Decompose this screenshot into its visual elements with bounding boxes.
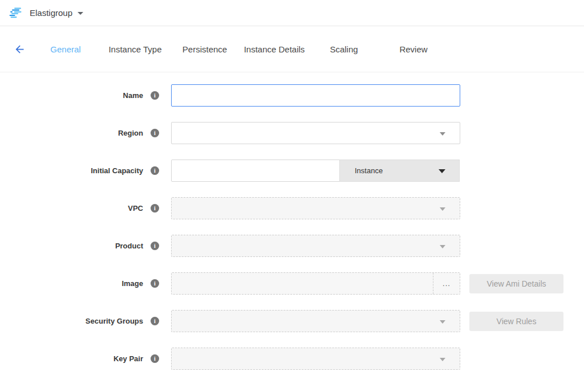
top-bar: Elastigroup (0, 0, 584, 26)
app-title: Elastigroup (30, 8, 72, 18)
wizard-tabs: General Instance Type Persistence Instan… (31, 44, 448, 54)
wizard-tab-bar: General Instance Type Persistence Instan… (0, 26, 584, 72)
info-icon[interactable]: i (151, 204, 159, 213)
form-row-image: Image i ... View Ami Details (0, 272, 584, 295)
image-label: Image (121, 279, 143, 288)
chevron-down-icon (440, 320, 445, 324)
chevron-down-icon (440, 245, 445, 248)
form-row-key-pair: Key Pair i (0, 348, 584, 370)
tab-instance-details[interactable]: Instance Details (240, 44, 309, 54)
tab-scaling[interactable]: Scaling (309, 44, 379, 54)
form-row-vpc: VPC i (0, 197, 584, 219)
key-pair-label: Key Pair (113, 354, 143, 363)
initial-capacity-input[interactable] (171, 160, 340, 182)
chevron-down-icon (440, 358, 445, 361)
region-select[interactable] (171, 122, 460, 144)
capacity-unit-select[interactable]: Instance (339, 160, 460, 182)
chevron-down-icon (439, 169, 445, 173)
tab-instance-type[interactable]: Instance Type (100, 44, 170, 54)
general-settings-form: Name i Region i Initial Capacity i (0, 72, 584, 370)
view-ami-details-button: View Ami Details (469, 274, 563, 293)
region-label: Region (118, 129, 143, 137)
ellipsis-browse-button: ... (433, 273, 460, 294)
tab-persistence[interactable]: Persistence (170, 44, 240, 54)
tab-general[interactable]: General (31, 44, 100, 54)
form-row-name: Name i (0, 84, 584, 107)
key-pair-select (171, 348, 460, 370)
vpc-select (171, 197, 460, 219)
chevron-down-icon (440, 132, 445, 136)
tab-review[interactable]: Review (379, 44, 448, 54)
security-groups-select (171, 310, 460, 332)
form-row-product: Product i (0, 235, 584, 257)
info-icon[interactable]: i (151, 279, 159, 288)
view-rules-button: View Rules (469, 312, 563, 331)
name-label: Name (123, 91, 143, 100)
info-icon[interactable]: i (151, 129, 159, 137)
chevron-down-icon (78, 12, 83, 15)
info-icon[interactable]: i (151, 317, 159, 325)
arrow-left-icon (14, 43, 26, 55)
form-row-region: Region i (0, 122, 584, 144)
product-switcher[interactable]: Elastigroup (9, 7, 83, 19)
product-select (171, 235, 460, 257)
image-picker-value (172, 273, 433, 294)
initial-capacity-label: Initial Capacity (91, 166, 143, 175)
info-icon[interactable]: i (151, 166, 159, 175)
image-picker: ... (171, 272, 460, 295)
info-icon[interactable]: i (151, 354, 159, 363)
chevron-down-icon (440, 207, 445, 211)
capacity-unit-value: Instance (355, 166, 383, 175)
info-icon[interactable]: i (151, 242, 159, 250)
info-icon[interactable]: i (151, 91, 159, 100)
vpc-label: VPC (128, 204, 143, 213)
form-row-security-groups: Security Groups i View Rules (0, 310, 584, 332)
security-groups-label: Security Groups (86, 317, 143, 325)
back-button[interactable] (13, 42, 26, 56)
name-input[interactable] (171, 84, 460, 107)
elastigroup-logo-icon (9, 7, 24, 19)
form-row-initial-capacity: Initial Capacity i Instance (0, 160, 584, 182)
product-label: Product (115, 242, 143, 250)
